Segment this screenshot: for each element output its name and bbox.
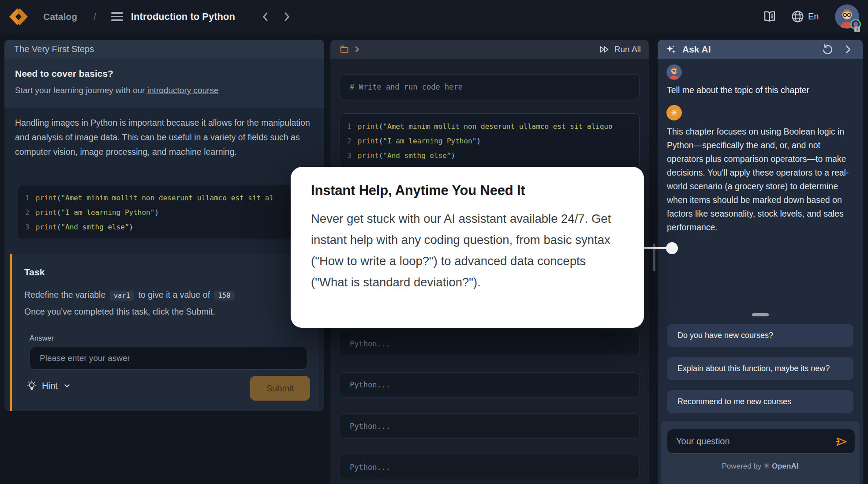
code-paren: ( [379,151,383,160]
code-string: "And smthg else” [61,223,129,231]
task-footer: Hint Submit [26,376,310,401]
line-number: 3 [347,151,352,160]
introductory-course-link[interactable]: introductory course [147,86,219,95]
line-number: 3 [25,223,30,231]
code-string: "Amet minim mollit non deserunt ullamco … [383,122,612,131]
prev-chapter-icon[interactable] [259,11,272,23]
basics-text: Start your learning journey with our int… [15,86,314,95]
folder-icon[interactable] [339,44,349,54]
lesson-paragraph: Handling images in Python is important b… [15,116,317,159]
task-instruction-1: Redefine the variable var1 to give it a … [24,288,307,302]
code-line: 2print("I am learning Python") [25,205,302,220]
powered-by: Powered by ✳ OpenAI [661,461,860,471]
lesson-title: The Very First Steps [4,40,324,59]
question-input[interactable] [667,429,855,454]
hint-toggle[interactable]: Hint [26,380,72,391]
editor-file-controls [339,40,361,59]
code-paren: ( [379,122,383,131]
code-paren: ) [476,137,481,145]
openai-logo-icon: ✳ [763,462,770,470]
ai-response: This chapter focuses on using Boolean lo… [667,125,856,234]
hint-bulb-icon [26,380,37,391]
submit-button[interactable]: Submit [250,376,310,401]
language-globe-icon[interactable] [791,10,804,23]
code-keyword: print [36,194,57,202]
tooltip-title: Instant Help, Anytime You Need It [311,183,624,199]
code-paren: ( [379,137,383,145]
code-paren: ( [57,223,61,231]
line-number: 2 [25,208,30,217]
code-keyword: print [358,122,379,131]
python-cell-input[interactable] [340,372,640,398]
code-line: 3print("And smthg else”) [347,148,632,163]
task-card: Task Redefine the variable var1 to give … [10,254,319,411]
editor-panel-header: Run All [330,40,649,59]
code-line: 3print("And smthg else”) [25,220,302,234]
powered-by-text: Powered by [722,462,762,470]
variable-chip: var1 [110,291,134,300]
tooltip-body: Never get stuck with our AI assistant av… [311,208,624,293]
table-of-contents-icon[interactable] [111,12,123,21]
line-number: 1 [25,194,30,202]
code-line: 1print("Amet minim mollit non deserunt u… [25,191,302,205]
breadcrumb-catalog[interactable]: Catalog [43,0,77,33]
value-chip: 150 [214,291,235,300]
editor-code-cell[interactable]: 1print("Amet minim mollit non deserunt u… [340,113,640,169]
lesson-code-block: 1print("Amet minim mollit non deserunt u… [18,185,310,240]
python-cell-input[interactable] [340,455,640,480]
collapse-panel-icon[interactable] [842,43,854,56]
user-avatar[interactable]: 1 [835,4,859,29]
code-line: 2print("I am learning Python") [347,134,632,148]
top-bar: Catalog / Introduction to Python En [0,0,868,33]
app-logo-icon[interactable] [8,6,29,27]
hint-label: Hint [42,381,58,391]
sparkles-icon [665,44,677,56]
run-all-button[interactable]: Run All [599,40,641,59]
basics-title: Need to cover basics? [15,68,314,79]
code-string: "Amet minim mollit non deserunt ullamco … [61,194,273,202]
python-cell-input[interactable] [340,331,640,356]
run-all-label: Run All [614,45,641,54]
answer-label: Answer [30,334,307,342]
task-title: Task [24,267,307,278]
lesson-panel: The Very First Steps Need to cover basic… [4,40,324,411]
basics-text-prefix: Start your learning journey with our [15,86,147,95]
tooltip-connector-line [643,247,667,249]
ask-ai-header: Ask AI [658,40,863,59]
task-instruction-2: Once you've completed this task, click t… [24,305,307,318]
chevron-down-icon [62,381,72,390]
provider-name: OpenAI [772,462,798,470]
basics-banner: Need to cover basics? Start your learnin… [4,59,324,108]
code-keyword: print [358,151,379,160]
onboarding-tooltip: Instant Help, Anytime You Need It Never … [291,167,644,328]
code-paren: ) [154,208,159,217]
user-chat-avatar [666,64,682,80]
send-icon[interactable] [835,435,848,448]
code-paren: ) [451,151,456,160]
reset-chat-icon[interactable] [821,43,834,56]
run-all-icon [599,44,610,55]
code-line: 1print("Amet minim mollit non deserunt u… [347,119,632,134]
code-string: "I am learning Python" [61,208,154,217]
scratch-code-input[interactable] [340,74,640,99]
user-message: Tell me about the topic of this chapter [667,85,857,95]
suggested-question-chip[interactable]: Explain about this function, maybe its n… [667,357,853,380]
line-number: 2 [347,137,352,145]
code-paren: ( [57,194,61,202]
suggested-question-chip[interactable]: Do you have new courses? [667,324,853,347]
suggested-question-chip[interactable]: Recommend to me new courses [667,390,853,413]
openai-avatar-icon: ✳ [666,105,682,120]
ask-ai-footer: Powered by ✳ OpenAI [661,421,860,484]
ask-ai-panel: Ask AI Tell me about the topic of this c… [658,40,863,484]
python-cell-input[interactable] [340,413,640,439]
next-chapter-icon[interactable] [281,11,293,23]
expand-chevron-icon[interactable] [353,45,361,53]
answer-input[interactable] [30,347,307,370]
handbook-icon[interactable] [762,10,777,23]
task-text: to give it a value of [138,290,210,300]
page-title: Introduction to Python [131,0,235,33]
language-label[interactable]: En [808,0,819,33]
resize-handle[interactable] [752,313,769,316]
code-paren: ( [57,208,61,217]
line-number: 1 [347,122,352,131]
